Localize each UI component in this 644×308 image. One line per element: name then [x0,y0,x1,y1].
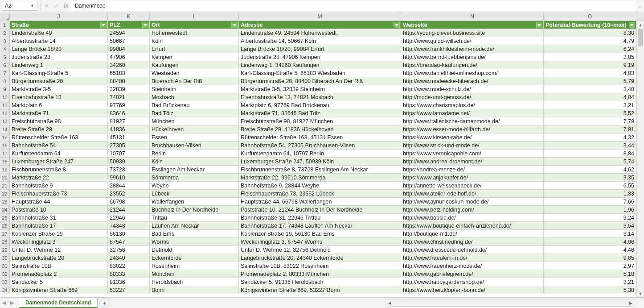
cell[interactable]: http://www.aynur-coskun-mode.de/ [401,198,544,206]
cell[interactable]: http://www.christineuhrig.de/ [401,238,544,246]
cell[interactable]: Esslingen Am Neckar [150,166,239,174]
cell[interactable]: Bahnhofstraße 31, 22946 Trittau [239,214,401,222]
cell[interactable]: 50939 [108,158,150,166]
cell[interactable]: 50667 [108,37,150,45]
cell[interactable]: Hauptstraße 44, 66798 Wallerfangen [239,198,401,206]
row-header-32[interactable]: 32 [0,270,10,278]
column-header-M[interactable]: M [239,12,401,21]
expand-formula-icon[interactable]: ⌄ [636,4,644,8]
cell[interactable]: Köln [150,37,239,45]
cell[interactable]: Marktstraße 71 [10,109,108,117]
cell[interactable]: http://www.atelier-edelhoff.de/ [401,190,544,198]
cell[interactable]: 4,32 [544,133,636,142]
cell[interactable]: Königswinterer Straße 669 [10,286,108,294]
cell[interactable]: Marktstraße 22, 99610 Sömmerda [239,174,401,182]
table-header[interactable]: Potenzial-Bewertung (10=max) [544,21,636,29]
cell[interactable]: Kurfürstendamm 64, 10707 Berlin [239,150,401,158]
cell[interactable]: 1,96 [544,206,636,214]
cell[interactable]: Luxemburger Straße 247 [10,158,108,166]
cell[interactable]: Worms [150,238,239,246]
chevron-down-icon[interactable]: ▼ [30,4,34,8]
row-header-24[interactable]: 24 [0,206,10,214]
cell[interactable]: Marktplatz 6 [10,101,108,109]
row-header-7[interactable]: 7 [0,69,10,77]
filter-icon[interactable] [394,22,400,28]
cell[interactable]: 4,79 [544,37,636,45]
cell[interactable]: 4,03 [544,69,636,77]
cell[interactable]: https://www.lamadame.net/ [401,109,544,117]
row-header-20[interactable]: 20 [0,174,10,182]
cell[interactable]: 65183 [108,69,150,77]
filter-icon[interactable] [100,22,107,28]
cell[interactable]: Buchholz In Der Nordheide [150,206,239,214]
cell[interactable]: 5,18 [544,270,636,278]
cell[interactable]: 3,48 [544,85,636,93]
filter-icon[interactable] [536,22,542,28]
cell[interactable]: 7,79 [544,117,636,125]
cell[interactable]: 97769 [108,101,150,109]
cell[interactable]: Bahnhofstraße 9 [10,182,108,190]
cell[interactable]: 3,21 [544,101,636,109]
cell[interactable]: Freischützstraße 98 [10,117,108,125]
cell[interactable]: 32839 [108,85,150,93]
cell[interactable]: 8,30 [544,29,636,37]
cell[interactable]: Bonn [150,286,239,294]
cell[interactable]: Karl-Glässing-Straße 5 [10,69,108,77]
cell[interactable]: 1,83 [544,190,636,198]
cell[interactable]: Königswinterer Straße 669, 53227 Bonn [239,286,401,294]
row-header-34[interactable]: 34 [0,286,10,294]
row-header-19[interactable]: 19 [0,166,10,174]
cell[interactable]: https://www.charismaplus.de/ [401,101,544,109]
cell[interactable]: Weckerlingplatz 3, 67547 Worms [239,238,401,246]
cell[interactable]: https://www.esser-mode-hilfarth.de/ [401,125,544,133]
select-all-corner[interactable] [0,12,10,21]
cell[interactable]: 32756 [108,246,150,254]
cell[interactable]: 83022 [108,262,150,270]
cell[interactable]: Köln [150,158,239,166]
cell[interactable]: 3,14 [544,230,636,238]
cell[interactable]: Poststraße 10 [10,206,108,214]
column-header-K[interactable]: K [108,12,150,21]
row-header-21[interactable]: 21 [0,182,10,190]
cell[interactable]: 73728 [108,166,150,174]
cell[interactable]: Lindenstraße 49, 24594 Hohenwestedt [239,29,401,37]
cell[interactable]: Bürgerturmstraße 20 [10,77,108,85]
row-header-23[interactable]: 23 [0,198,10,206]
cell[interactable]: 3,54 [544,222,636,230]
cell[interactable]: 7,66 [544,198,636,206]
row-header-1[interactable]: 1 [0,21,10,29]
cell[interactable]: Salinstraße 10B, 83022 Rosenheim [239,262,401,270]
column-header-J[interactable]: J [10,12,108,21]
cell[interactable]: 41836 [108,125,150,133]
cell[interactable]: https://www.anjakupfer.de/ [401,174,544,182]
column-header-N[interactable]: N [401,12,544,21]
cell[interactable]: 10707 [108,150,150,158]
cell[interactable]: Weckerlingplatz 3 [10,238,108,246]
cell[interactable]: Kurfürstendamm 64 [10,150,108,158]
cell[interactable]: Essen [150,133,239,142]
row-header-22[interactable]: 22 [0,190,10,198]
column-header-L[interactable]: L [150,12,239,21]
cell[interactable]: https://young-clever.business.site [401,29,544,37]
cell[interactable]: Lübeck [150,190,239,198]
cell[interactable]: 22946 [108,214,150,222]
tab-nav-prev-icon[interactable]: ◀ [0,300,8,306]
cell[interactable]: http://www.dresscode-detmold.de/ [401,246,544,254]
cell[interactable]: http://www.andrea-droemont.de/ [401,158,544,166]
cell[interactable]: Karl-Glässing-Straße 5, 65183 Wiesbaden [239,69,401,77]
cell[interactable]: 6,55 [544,182,636,190]
formula-input[interactable]: Damenmode [71,1,636,11]
cell[interactable]: Langebrückstraße 20, 24340 Eckernförde [239,254,401,262]
cell[interactable]: Kaufungen [150,61,239,69]
cell[interactable]: Bad Ems [150,230,239,238]
row-header-14[interactable]: 14 [0,125,10,133]
row-header-11[interactable]: 11 [0,101,10,109]
cell[interactable]: Luxemburger Straße 247, 50939 Köln [239,158,401,166]
cell[interactable]: Breite Straße 29 [10,125,108,133]
cell[interactable]: 66798 [108,198,150,206]
vertical-scrollbar[interactable]: ▲ ▼ [636,21,644,297]
fx-icon[interactable]: fx [61,1,71,11]
cell[interactable]: Hohenwestedt [150,29,239,37]
cell[interactable]: 74348 [108,222,150,230]
cell[interactable]: 8,84 [544,150,636,158]
